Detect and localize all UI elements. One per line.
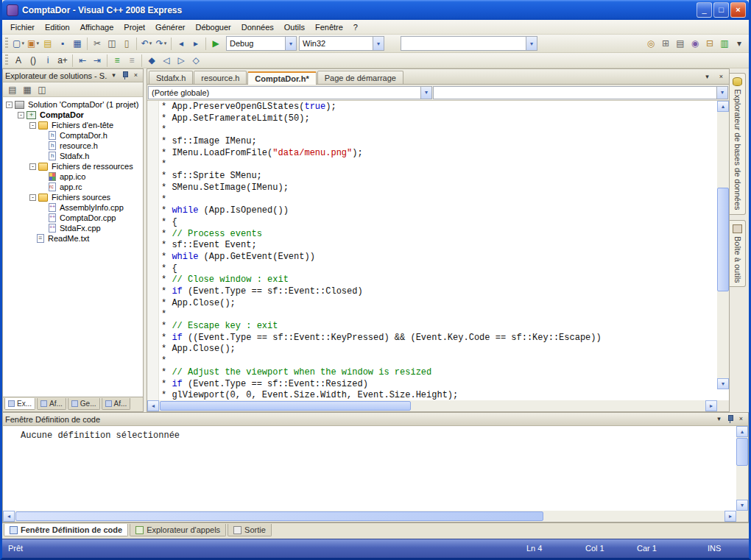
close-panel-icon[interactable]: × — [131, 71, 141, 80]
next-bookmark-icon[interactable]: ▷ — [174, 53, 188, 68]
tree-item-fichiers-sources[interactable]: -Fichiers sources — [3, 192, 143, 202]
tree-item-solution-comptador-1-projet[interactable]: -Solution 'ComptaDor' (1 projet) — [3, 99, 143, 110]
panel-tab-fenetre-definition-de-code[interactable]: Fenêtre Définition de code — [4, 524, 128, 536]
cut-icon[interactable]: ✂ — [90, 36, 105, 51]
tree-expander-icon[interactable]: - — [29, 194, 36, 201]
editor-horizontal-scrollbar[interactable]: ◂ ▸ — [147, 400, 717, 411]
menu-deboguer[interactable]: Déboguer — [190, 21, 236, 34]
redo-icon[interactable]: ↷▾ — [154, 36, 169, 51]
start-page-icon[interactable]: ▥ — [717, 36, 732, 51]
navigate-forward-icon[interactable]: ▸ — [188, 36, 203, 51]
scroll-left-button[interactable]: ◂ — [3, 511, 15, 522]
dropdown-arrow-icon[interactable]: ▾ — [285, 37, 296, 50]
tree-item-resource-h[interactable]: resource.h — [3, 141, 143, 151]
auto-hide-pin-icon[interactable] — [725, 414, 735, 424]
tree-item-stdafx-h[interactable]: Stdafx.h — [3, 151, 143, 161]
toolbar-grip[interactable] — [5, 38, 8, 49]
scroll-down-button[interactable]: ▾ — [717, 378, 729, 389]
dropdown-arrow-icon[interactable]: ▾ — [526, 37, 537, 50]
editor-tab-comptador-h[interactable]: ComptaDor.h* — [247, 71, 316, 85]
undo-icon-dropdown[interactable]: ▾ — [149, 40, 152, 46]
tree-item-comptador[interactable]: -ComptaDor — [3, 110, 143, 120]
scroll-down-button[interactable]: ▾ — [736, 500, 748, 511]
menu-fichier[interactable]: Fichier — [5, 21, 40, 34]
scroll-right-button[interactable]: ▸ — [705, 400, 717, 411]
close-document-icon[interactable]: × — [716, 72, 726, 82]
explorer-tab-4[interactable]: Af... — [102, 398, 131, 410]
members-combo[interactable]: ▾ — [433, 86, 728, 99]
save-all-icon[interactable]: ▦ — [70, 36, 85, 51]
tree-expander-icon[interactable]: - — [29, 122, 36, 129]
menu-item[interactable]: ? — [348, 21, 363, 34]
tree-item-stdafx-cpp[interactable]: StdaFx.cpp — [3, 223, 143, 233]
indicator-margin[interactable] — [147, 101, 159, 400]
tree-expander-icon[interactable]: - — [18, 112, 24, 118]
scroll-right-button[interactable]: ▸ — [724, 511, 736, 522]
save-icon[interactable]: ▪ — [55, 36, 70, 51]
code-area[interactable]: * App.PreserveOpenGLStates(true);* App.S… — [161, 102, 717, 400]
menu-edition[interactable]: Edition — [40, 21, 75, 34]
tree-expander-icon[interactable]: - — [6, 102, 13, 108]
code-definition-horizontal-scrollbar[interactable]: ◂ ▸ — [3, 511, 736, 522]
start-debugging-icon[interactable]: ▶ — [208, 36, 223, 51]
menu-donnees[interactable]: Données — [236, 21, 279, 34]
menu-projet[interactable]: Projet — [119, 21, 150, 34]
types-combo[interactable]: (Portée globale) ▾ — [148, 86, 432, 99]
toolbar-grip[interactable] — [5, 54, 8, 66]
editor-tab-stdafx-h[interactable]: Stdafx.h — [149, 71, 193, 84]
tree-item-fichiers-d-en-tete[interactable]: -Fichiers d'en-tête — [3, 120, 143, 130]
autohide-tab-boite-a-outils[interactable]: Boîte à outils — [730, 220, 746, 288]
scroll-up-button[interactable]: ▴ — [736, 426, 748, 437]
increase-indent-icon[interactable]: ⇥ — [90, 53, 105, 68]
parameter-info-icon[interactable]: () — [26, 53, 40, 68]
decrease-indent-icon[interactable]: ⇤ — [75, 53, 90, 68]
new-project-icon-dropdown[interactable]: ▾ — [21, 40, 24, 46]
open-file-icon[interactable]: ▤ — [40, 36, 55, 51]
tree-item-app-ico[interactable]: app.ico — [3, 171, 143, 182]
menu-outils[interactable]: Outils — [279, 21, 310, 34]
panel-tab-sortie[interactable]: Sortie — [228, 524, 272, 536]
toolbar-options-icon[interactable]: ▾ — [732, 36, 747, 51]
vertical-scrollbar-thumb[interactable] — [717, 188, 729, 291]
dropdown-arrow-icon[interactable]: ▾ — [420, 87, 431, 99]
solution-explorer-icon[interactable]: ⊞ — [658, 36, 673, 51]
horizontal-scrollbar-thumb[interactable] — [160, 401, 411, 411]
toolbox-icon[interactable]: ⊟ — [702, 36, 717, 51]
maximize-button[interactable]: □ — [713, 2, 729, 18]
tree-item-readme-txt[interactable]: ReadMe.txt — [3, 233, 143, 244]
properties-icon[interactable]: ▤ — [5, 82, 20, 97]
show-all-files-icon[interactable]: ▦ — [20, 82, 35, 97]
menu-generer[interactable]: Générer — [150, 21, 190, 34]
add-new-item-icon-dropdown[interactable]: ▾ — [36, 40, 39, 46]
editor-tab-resource-h[interactable]: resource.h — [194, 71, 247, 84]
explorer-tab-2[interactable]: Af... — [37, 398, 66, 410]
undo-icon[interactable]: ↶▾ — [139, 36, 154, 51]
tree-expander-icon[interactable]: - — [29, 163, 36, 170]
find-combo[interactable]: ▾ — [401, 36, 537, 51]
member-list-icon[interactable]: A — [11, 53, 26, 68]
copy-icon[interactable]: ◫ — [105, 36, 119, 51]
object-browser-icon[interactable]: ◉ — [688, 36, 702, 51]
solution-configurations-combo[interactable]: Debug ▾ — [226, 36, 297, 51]
explorer-tab-1[interactable]: Ex... — [4, 398, 35, 410]
tree-item-fichiers-de-ressources[interactable]: -Fichiers de ressources — [3, 161, 143, 171]
find-in-files-icon[interactable]: ◎ — [644, 36, 658, 51]
tree-item-comptador-h[interactable]: ComptaDor.h — [3, 130, 143, 141]
dropdown-arrow-icon[interactable]: ▾ — [716, 87, 727, 99]
minimize-button[interactable]: _ — [697, 2, 712, 18]
menu-affichage[interactable]: Affichage — [75, 21, 119, 34]
explorer-tab-3[interactable]: Ge... — [68, 398, 100, 410]
panel-tab-explorateur-d-appels[interactable]: Explorateur d'appels — [130, 524, 226, 536]
editor-vertical-scrollbar[interactable]: ▴ ▾ — [717, 101, 729, 389]
view-class-diagram-icon[interactable]: ◫ — [35, 82, 49, 97]
tree-item-app-rc[interactable]: app.rc — [3, 182, 143, 192]
quick-info-icon[interactable]: i — [40, 53, 55, 68]
navigate-backward-icon[interactable]: ◂ — [174, 36, 188, 51]
add-new-item-icon[interactable]: ▣▾ — [26, 36, 40, 51]
document-list-icon[interactable]: ▾ — [702, 72, 712, 82]
vertical-scrollbar-thumb[interactable] — [736, 438, 748, 466]
tree-item-assemblyinfo-cpp[interactable]: AssemblyInfo.cpp — [3, 202, 143, 213]
comment-icon[interactable]: ≡ — [110, 53, 124, 68]
paste-icon[interactable]: ▯ — [119, 36, 134, 51]
window-position-icon[interactable]: ▾ — [109, 71, 119, 80]
